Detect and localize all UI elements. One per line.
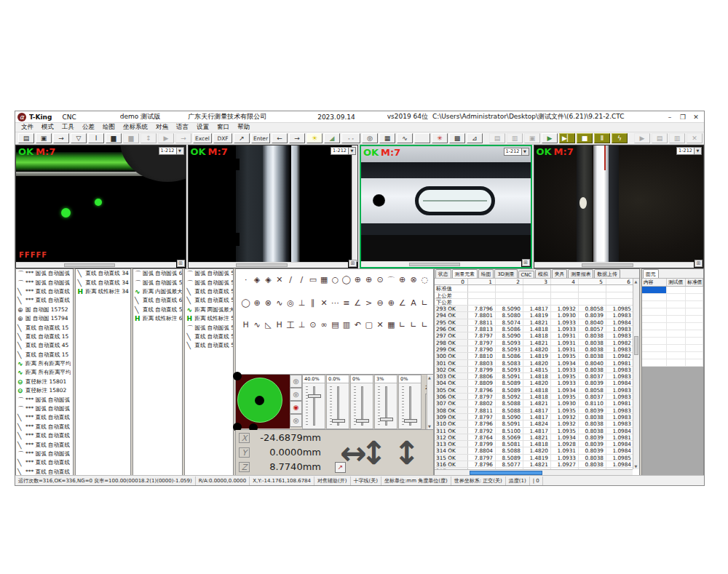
profile-tool-button[interactable]: ∿	[397, 133, 413, 143]
zoom-tool-button[interactable]: ◎	[362, 133, 378, 143]
element-list-panel-4[interactable]: ⌒圆弧 自动圆弧 55⌒圆弧 自动圆弧 55╲直线 自动直线 55╲直线 自动直…	[184, 268, 234, 477]
list-item[interactable]: ╲直线 自动直线 55	[133, 306, 183, 314]
close-icon[interactable]: ✕	[689, 111, 703, 123]
grid-data-row[interactable]: 306 OK7.87978.50921.48181.09350.80371.09…	[435, 394, 633, 400]
camera-scrollbar[interactable]	[16, 262, 176, 268]
menu-item[interactable]: 公差	[82, 123, 95, 132]
list-item[interactable]: H距离 线性标注 55	[185, 314, 233, 323]
grid-data-row[interactable]: 302 OK7.87998.50931.48151.09330.80381.09…	[435, 367, 633, 373]
camera-scrollbar[interactable]	[189, 262, 349, 268]
chevron-down-icon[interactable]: ▼	[695, 147, 702, 155]
stage-move-icon[interactable]: ⊞	[522, 259, 530, 266]
results-tab[interactable]: CNC	[518, 271, 535, 278]
jog-xy-vertical-icon[interactable]: ↕	[360, 437, 387, 469]
menu-item[interactable]: 工具	[62, 123, 74, 132]
list-item[interactable]: ╲直线 自动直线 15	[16, 351, 73, 359]
measure-tool-icon[interactable]: ∥	[307, 298, 318, 308]
grid-data-row[interactable]: 295 OK7.88118.50741.48211.09330.80401.09…	[435, 319, 633, 326]
measure-tool-icon[interactable]: ○	[330, 275, 341, 286]
measure-tool-icon[interactable]: ∠	[352, 298, 363, 308]
light-slider-5[interactable]: 0%	[398, 375, 422, 429]
grid-data-row[interactable]: 314 OK7.88048.50881.48201.09310.80391.09…	[435, 447, 633, 454]
grid-data-row[interactable]: 304 OK7.88098.50891.48201.09330.80391.09…	[435, 380, 633, 386]
copy-button[interactable]: ▥	[507, 133, 523, 143]
grid-data-row[interactable]: 301 OK7.88038.50831.48201.09340.80401.09…	[435, 360, 633, 367]
list-item[interactable]: ╲直线 自动直线 15	[16, 323, 73, 332]
enter-button[interactable]: Enter	[251, 133, 270, 143]
list-item[interactable]: ⊕圆 自动圆 15752	[16, 306, 73, 314]
grid-special-row[interactable]: 标准值	[435, 285, 633, 292]
measure-tool-icon[interactable]: ◈	[251, 275, 262, 286]
chevron-down-icon[interactable]: ▼	[177, 147, 184, 155]
list-item[interactable]: ⌒圆弧 自动圆弧 55	[185, 269, 233, 278]
detail-row[interactable]	[642, 323, 703, 330]
list-item[interactable]: H距离 线性标注 34	[76, 287, 130, 296]
measure-tool-icon[interactable]: ✕	[374, 320, 385, 331]
measure-tool-icon[interactable]: ▦	[319, 275, 330, 286]
grid-data-row[interactable]: 300 OK7.88108.50861.48191.09350.80381.09…	[435, 353, 633, 359]
delete-button[interactable]: ✕	[687, 133, 703, 143]
measure-tool-icon[interactable]: ↶	[352, 320, 363, 331]
results-vertical-scrollbar[interactable]	[633, 279, 639, 469]
list-item[interactable]: ⌒*** 圆弧 自动圆弧	[16, 278, 73, 287]
measure-tool-icon[interactable]: ·	[240, 275, 251, 286]
list-item[interactable]: ╲*** 直线 自动直线	[16, 413, 73, 422]
measure-tool-icon[interactable]: ▭	[307, 275, 318, 286]
measure-tool-icon[interactable]: ⊕	[397, 275, 408, 286]
measure-tool-icon[interactable]: ▢	[363, 320, 374, 331]
menu-item[interactable]: 绘图	[103, 123, 115, 132]
measure-tool-icon[interactable]: ∟	[419, 320, 430, 331]
element-list-panel-3[interactable]: ⌒圆弧 自动圆弧 66⌒圆弧 自动圆弧 55∿距离 内圆弧最大距╲直线 自动直线…	[132, 268, 183, 477]
list-item[interactable]: ⌒圆弧 自动圆弧 55	[133, 278, 183, 287]
measure-tool-icon[interactable]: /	[285, 275, 296, 286]
measure-tool-icon[interactable]: H	[274, 320, 285, 331]
list-item[interactable]: ∿距离 内圆弧最大距	[133, 287, 183, 296]
scrollbar-thumb[interactable]	[64, 263, 115, 267]
grid-data-row[interactable]: 309 OK7.87978.50901.48171.09320.80381.09…	[435, 414, 633, 420]
results-tab[interactable]: 状态	[435, 269, 451, 278]
list-item[interactable]: ╲直线 自动直线 34	[76, 278, 130, 287]
measure-tool-icon[interactable]: ⌒	[386, 275, 397, 286]
measure-tool-icon[interactable]: ✕	[274, 275, 285, 286]
list-item[interactable]: ⊖直径标注 15801	[16, 378, 73, 386]
camera-view-2[interactable]: OKM:71-212▼⊞	[188, 145, 359, 268]
stage-move-icon[interactable]: ⊞	[177, 260, 185, 267]
measure-tool-icon[interactable]: ≡	[341, 298, 352, 308]
open-button[interactable]: ▣	[36, 133, 52, 143]
detail-row[interactable]	[642, 308, 703, 316]
camera-view-1[interactable]: OKM:7FFFFF1-212▼⊞	[15, 145, 186, 268]
grid-data-row[interactable]: 313 OK7.87998.50811.48181.09280.80391.09…	[435, 441, 633, 447]
detail-row[interactable]	[642, 345, 703, 352]
list-item[interactable]: ⊕圆 自动圆 15794	[16, 314, 73, 323]
image-view-button[interactable]: ◢	[324, 133, 340, 143]
chevron-down-icon[interactable]: ▼	[522, 148, 529, 156]
results-tab[interactable]: 3D测量	[494, 269, 517, 278]
menu-item[interactable]: 帮助	[237, 123, 250, 132]
menu-item[interactable]: 文件	[21, 123, 33, 132]
grid-data-row[interactable]: 308 OK7.88118.50881.48171.09350.80391.09…	[435, 407, 633, 414]
measure-tool-icon[interactable]: ⊕	[251, 298, 262, 308]
camera-scrollbar[interactable]	[534, 262, 695, 268]
camera-zoom-select[interactable]: 1-212▼	[159, 147, 184, 155]
measure-tool-icon[interactable]: ∿	[251, 320, 262, 331]
minimize-icon[interactable]: –	[663, 111, 676, 123]
grid-data-row[interactable]: 296 OK7.88138.50861.48181.09330.80571.09…	[435, 326, 633, 332]
ring-inner-icon[interactable]: ◎	[290, 414, 302, 427]
detail-row[interactable]	[642, 352, 703, 359]
menu-item[interactable]: 窗口	[217, 123, 229, 132]
measure-tool-icon[interactable]: ▤	[330, 320, 341, 331]
measure-tool-icon[interactable]: ∞	[319, 320, 330, 331]
scrollbar-thumb[interactable]	[236, 263, 287, 267]
light-slider-2[interactable]: 0.0%	[326, 375, 349, 429]
play-secondary-button[interactable]: ▶	[634, 133, 650, 143]
scrollbar-thumb[interactable]	[409, 263, 460, 266]
fast-run-button[interactable]: ϟ	[612, 133, 628, 143]
run-button[interactable]: ▶	[542, 133, 558, 143]
list-item[interactable]: ⌒*** 圆弧 自动圆弧	[16, 404, 73, 413]
measure-tool-icon[interactable]: ∟	[397, 320, 408, 331]
laser-button[interactable]: ✳	[432, 133, 448, 143]
measure-tool-icon[interactable]: A	[408, 298, 419, 308]
detail-row[interactable]	[642, 287, 703, 294]
grid-data-row[interactable]: 312 OK7.87648.50691.48211.09340.80391.09…	[435, 434, 633, 441]
light-slider-4[interactable]: 3%	[374, 375, 397, 429]
